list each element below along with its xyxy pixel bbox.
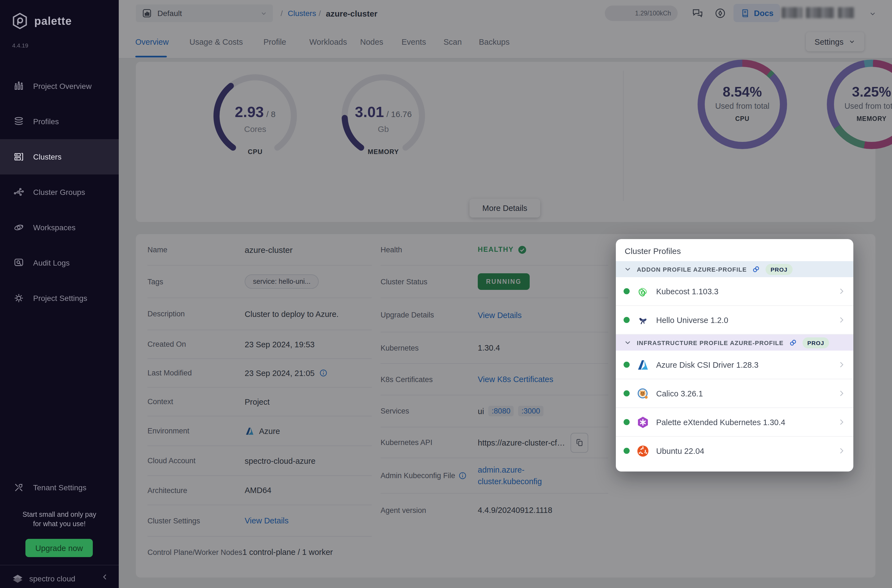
brand-name: spectro cloud	[29, 574, 75, 583]
palette-logo-icon	[11, 12, 29, 30]
orbit-icon	[13, 222, 24, 233]
pack-status-dot	[623, 448, 630, 454]
app-logo: palette	[11, 12, 72, 30]
sidebar-collapse-icon[interactable]	[101, 573, 109, 581]
clusters-icon	[13, 151, 24, 162]
chevron-right-icon	[837, 447, 845, 455]
upgrade-now-button[interactable]: Upgrade now	[26, 539, 93, 557]
sidebar-item-label: Cluster Groups	[33, 188, 85, 196]
sidebar-divider	[0, 565, 119, 566]
tools-icon	[13, 482, 24, 493]
sidebar-item-project-overview[interactable]: Project Overview	[0, 69, 119, 104]
sidebar: palette 4.4.19 Project Overview	[0, 0, 119, 588]
bar-chart-icon	[13, 81, 24, 92]
sidebar-item-audit-logs[interactable]: Audit Logs	[0, 245, 119, 280]
tenant-settings-label: Tenant Settings	[33, 483, 86, 492]
sidebar-item-label: Clusters	[33, 152, 62, 161]
chevron-right-icon	[837, 418, 845, 426]
chevron-down-icon	[623, 265, 632, 273]
pack-status-dot	[623, 288, 630, 294]
app-version: 4.4.19	[12, 42, 28, 49]
scope-badge: PROJ	[802, 337, 829, 348]
calico-icon	[636, 387, 650, 400]
sidebar-item-label: Audit Logs	[33, 258, 70, 267]
sidebar-item-workspaces[interactable]: Workspaces	[0, 210, 119, 245]
sidebar-item-cluster-groups[interactable]: Cluster Groups	[0, 174, 119, 210]
profile-pack-row-azure-disk-csi[interactable]: Azure Disk CSI Driver 1.28.3	[616, 351, 853, 379]
layers-icon	[13, 116, 24, 127]
sidebar-item-tenant-settings[interactable]: Tenant Settings	[0, 474, 119, 501]
hello-universe-icon	[636, 314, 650, 327]
sidebar-item-label: Profiles	[33, 117, 59, 126]
profile-pack-row-calico[interactable]: Calico 3.26.1	[616, 379, 853, 408]
infrastructure-profile-section-header[interactable]: INFRASTRUCTURE PROFILE AZURE-PROFILE PRO…	[616, 334, 853, 351]
kubecost-icon	[636, 285, 650, 298]
profile-pack-row-palette-extended-k8s[interactable]: Palette eXtended Kubernetes 1.30.4	[616, 408, 853, 437]
network-icon	[13, 187, 24, 198]
sidebar-item-profiles[interactable]: Profiles	[0, 104, 119, 139]
chevron-right-icon	[837, 389, 845, 398]
sidebar-item-label: Project Settings	[33, 294, 87, 303]
pack-status-dot	[623, 419, 630, 425]
sidebar-item-clusters[interactable]: Clusters	[0, 139, 119, 174]
popup-title: Cluster Profiles	[616, 239, 853, 261]
pack-status-dot	[623, 390, 630, 396]
link-icon[interactable]	[752, 265, 761, 274]
sidebar-item-label: Project Overview	[33, 82, 92, 90]
chevron-right-icon	[837, 287, 845, 296]
brand-footer: spectro cloud	[11, 572, 75, 585]
gear-icon	[13, 292, 24, 304]
chevron-right-icon	[837, 360, 845, 369]
scope-badge: PROJ	[766, 264, 792, 274]
chevron-down-icon	[623, 339, 632, 347]
cluster-profiles-popup: Cluster Profiles ADDON PROFILE AZURE-PRO…	[616, 239, 853, 471]
audit-log-icon	[13, 257, 24, 268]
ubuntu-icon	[636, 444, 650, 458]
profile-pack-row-hello-universe[interactable]: Hello Universe 1.2.0	[616, 306, 853, 334]
palette-pack-icon	[636, 416, 650, 429]
profile-pack-row-ubuntu[interactable]: Ubuntu 22.04	[616, 437, 853, 465]
pack-status-dot	[623, 362, 630, 368]
azure-icon	[636, 358, 650, 371]
profile-pack-row-kubecost[interactable]: Kubecost 1.103.3	[616, 277, 853, 306]
spectro-cloud-logo-icon	[11, 572, 24, 585]
app-window: palette 4.4.19 Project Overview	[0, 0, 892, 588]
upgrade-promo-text: Start small and only pay for what you us…	[0, 510, 119, 529]
link-icon[interactable]	[788, 338, 797, 347]
sidebar-item-label: Workspaces	[33, 223, 76, 232]
app-title: palette	[34, 15, 72, 27]
addon-profile-section-header[interactable]: ADDON PROFILE AZURE-PROFILE PROJ	[616, 261, 853, 277]
sidebar-nav: Project Overview Profiles	[0, 69, 119, 316]
sidebar-item-project-settings[interactable]: Project Settings	[0, 280, 119, 316]
chevron-right-icon	[837, 316, 845, 324]
pack-status-dot	[623, 317, 630, 323]
